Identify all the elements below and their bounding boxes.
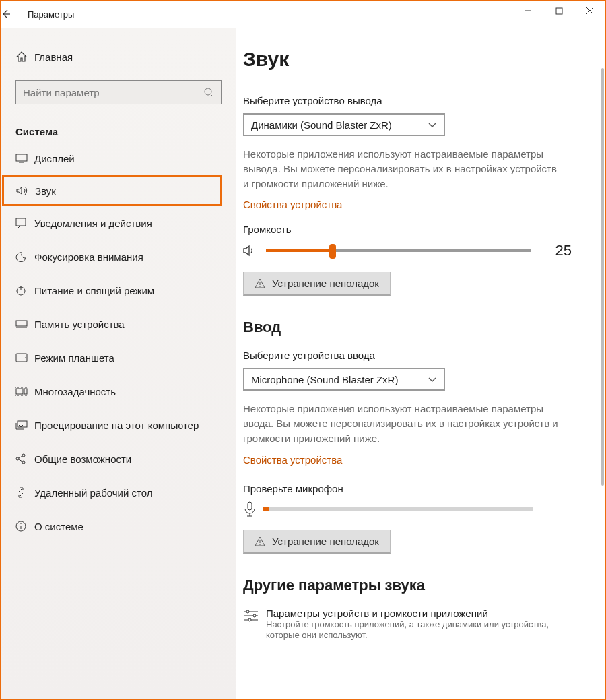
- output-device-properties-link[interactable]: Свойства устройства: [243, 199, 342, 210]
- sidebar-item-about[interactable]: О системе: [1, 509, 236, 543]
- sidebar-item-multitask[interactable]: Многозадачность: [1, 375, 236, 408]
- sidebar-item-power[interactable]: Питание и спящий режим: [1, 274, 236, 307]
- home-icon: [15, 51, 34, 63]
- svg-rect-5: [16, 321, 27, 326]
- volume-slider[interactable]: [266, 249, 531, 252]
- warning-icon: [255, 536, 265, 546]
- back-button[interactable]: [1, 9, 28, 20]
- svg-rect-3: [16, 218, 26, 226]
- minimize-button[interactable]: [512, 1, 543, 21]
- svg-point-16: [246, 610, 249, 613]
- sidebar-item-projection[interactable]: Проецирование на этот компьютер: [1, 408, 236, 442]
- sidebar-item-label: Общие возможности: [34, 453, 131, 465]
- svg-rect-2: [16, 154, 27, 161]
- volume-icon: [243, 245, 261, 257]
- sidebar-item-label: Питание и спящий режим: [34, 285, 154, 296]
- minimize-icon: [524, 7, 532, 15]
- svg-rect-9: [24, 389, 27, 394]
- sidebar-item-label: Дисплей: [34, 153, 75, 164]
- warning-icon: [255, 278, 265, 288]
- display-icon: [15, 154, 34, 163]
- option-subtitle: Настройте громкость приложений, а также …: [266, 619, 572, 642]
- output-device-select[interactable]: Динамики (Sound Blaster ZxR): [243, 113, 445, 136]
- input-device-properties-link[interactable]: Свойства устройства: [243, 454, 342, 466]
- sidebar-item-label: Фокусировка внимания: [34, 251, 143, 263]
- svg-point-18: [248, 618, 251, 621]
- volume-label: Громкость: [243, 224, 592, 235]
- input-device-select[interactable]: Microphone (Sound Blaster ZxR): [243, 368, 445, 391]
- other-heading: Другие параметры звука: [243, 577, 592, 594]
- mic-level-bar: [263, 507, 533, 511]
- svg-point-7: [25, 357, 26, 358]
- input-device-value: Microphone (Sound Blaster ZxR): [251, 374, 398, 385]
- sidebar-item-label: Память устройства: [34, 319, 125, 330]
- shared-icon: [15, 453, 34, 464]
- volume-value: 25: [545, 242, 572, 259]
- sidebar-item-label: Удаленный рабочий стол: [34, 487, 152, 499]
- sidebar-category: Система: [1, 113, 236, 141]
- search-input[interactable]: Найти параметр: [15, 80, 222, 104]
- search-placeholder: Найти параметр: [23, 87, 100, 98]
- storage-icon: [15, 320, 34, 328]
- sidebar-item-tablet[interactable]: Режим планшета: [1, 341, 236, 375]
- output-select-label: Выберите устройство вывода: [243, 95, 592, 106]
- arrow-left-icon: [1, 9, 11, 20]
- sidebar-item-storage[interactable]: Память устройства: [1, 307, 236, 341]
- close-icon: [586, 7, 594, 15]
- svg-rect-8: [16, 389, 23, 394]
- sidebar-item-sound[interactable]: Звук: [2, 175, 222, 206]
- button-label: Устранение неполадок: [272, 536, 379, 547]
- sidebar-item-display[interactable]: Дисплей: [1, 141, 236, 175]
- svg-point-17: [253, 614, 256, 617]
- mic-test-label: Проверьте микрофон: [243, 483, 592, 495]
- sidebar-item-focus[interactable]: Фокусировка внимания: [1, 240, 236, 274]
- sliders-icon: [243, 608, 266, 642]
- input-description: Некоторые приложения используют настраив…: [243, 402, 565, 445]
- sidebar-item-label: Проецирование на этот компьютер: [34, 420, 199, 431]
- sidebar: Главная Найти параметр Система Дисплей З…: [1, 28, 236, 699]
- svg-point-12: [22, 454, 25, 457]
- window-title: Параметры: [28, 9, 74, 20]
- projection-icon: [15, 420, 34, 430]
- svg-point-11: [16, 457, 19, 460]
- svg-point-13: [22, 461, 25, 464]
- sidebar-item-notifications[interactable]: Уведомления и действия: [1, 206, 236, 240]
- main-content: Звук Выберите устройство вывода Динамики…: [236, 28, 605, 699]
- maximize-icon: [556, 7, 563, 15]
- info-icon: [15, 521, 34, 532]
- sidebar-item-label: Многозадачность: [34, 386, 116, 397]
- chevron-down-icon: [428, 120, 437, 129]
- sidebar-home[interactable]: Главная: [1, 40, 236, 73]
- svg-rect-15: [248, 502, 252, 510]
- remote-icon: [15, 487, 34, 498]
- power-icon: [15, 285, 34, 296]
- page-title: Звук: [243, 48, 592, 71]
- input-heading: Ввод: [243, 319, 592, 336]
- sidebar-item-shared[interactable]: Общие возможности: [1, 442, 236, 476]
- output-description: Некоторые приложения используют настраив…: [243, 147, 565, 191]
- close-button[interactable]: [574, 1, 605, 21]
- notifications-icon: [15, 218, 34, 228]
- tablet-icon: [15, 353, 34, 362]
- sidebar-item-label: Режим планшета: [34, 352, 114, 364]
- button-label: Устранение неполадок: [272, 278, 379, 289]
- multitask-icon: [15, 387, 34, 396]
- microphone-icon: [243, 501, 257, 517]
- output-device-value: Динамики (Sound Blaster ZxR): [251, 119, 392, 131]
- app-volume-option[interactable]: Параметры устройств и громкости приложен…: [243, 608, 572, 642]
- search-icon: [203, 87, 214, 98]
- sidebar-item-label: Уведомления и действия: [34, 218, 152, 229]
- sidebar-item-remote[interactable]: Удаленный рабочий стол: [1, 476, 236, 509]
- scrollbar[interactable]: [601, 68, 604, 486]
- sidebar-home-label: Главная: [34, 51, 73, 63]
- output-troubleshoot-button[interactable]: Устранение неполадок: [243, 272, 391, 296]
- option-title: Параметры устройств и громкости приложен…: [266, 608, 572, 619]
- svg-point-1: [205, 88, 211, 95]
- sidebar-item-label: О системе: [34, 521, 83, 532]
- focus-icon: [15, 251, 34, 262]
- sidebar-item-label: Звук: [35, 185, 56, 197]
- titlebar: Параметры: [1, 1, 605, 28]
- maximize-button[interactable]: [543, 1, 574, 21]
- sound-icon: [16, 185, 35, 196]
- input-troubleshoot-button[interactable]: Устранение неполадок: [243, 530, 391, 554]
